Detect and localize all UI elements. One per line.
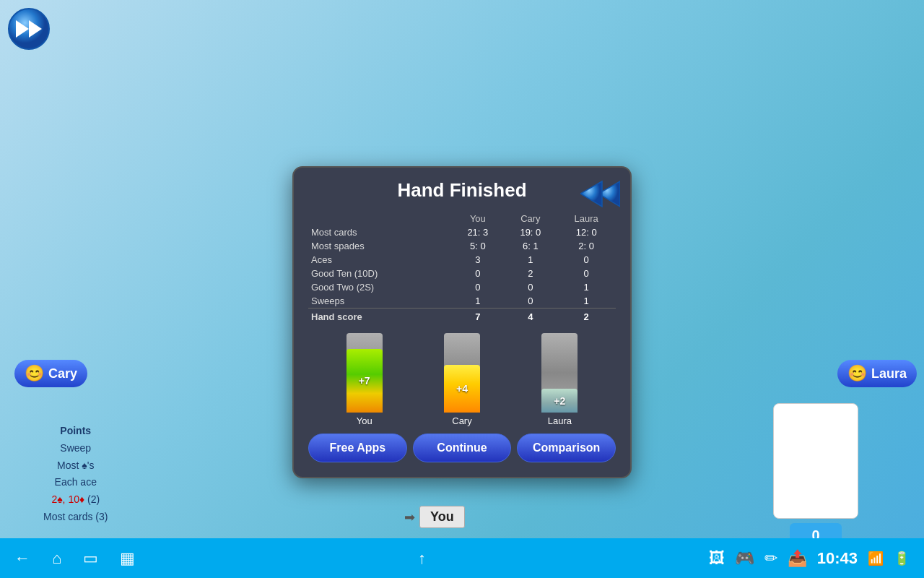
row-cary: 4 — [504, 309, 557, 324]
table-row: Good Two (2S) 0 0 1 — [308, 280, 616, 294]
card-area: 0 — [772, 403, 859, 548]
gallery-icon[interactable]: 🖼 — [709, 549, 725, 568]
col-header-cary: Cary — [504, 212, 557, 225]
row-laura: 1 — [557, 280, 616, 294]
scan-nav-icon[interactable]: ▦ — [120, 549, 135, 568]
col-header-laura: Laura — [557, 212, 616, 225]
cary-avatar: 😊 — [25, 364, 44, 383]
nav-left: ← ⌂ ▭ ▦ — [14, 549, 135, 568]
row-label: Good Ten (10D) — [308, 267, 451, 280]
back-button[interactable] — [580, 178, 620, 210]
row-laura: 0 — [557, 267, 616, 280]
row-laura: 1 — [557, 294, 616, 309]
points-sweep: Sweep — [43, 440, 108, 457]
table-row: Sweeps 1 0 1 — [308, 294, 616, 309]
laura-avatar: 😊 — [847, 364, 867, 383]
row-cary: 2 — [504, 267, 557, 280]
dialog-title: Hand Finished — [308, 179, 616, 202]
bar-you: +7 10 You — [346, 333, 383, 426]
row-you: 21: 3 — [451, 225, 504, 239]
score-table: You Cary Laura Most cards 21: 3 19: 0 12… — [308, 212, 616, 324]
points-title: Points — [43, 423, 108, 440]
row-laura: 2 — [557, 309, 616, 324]
row-label: Sweeps — [308, 294, 451, 309]
table-row: Good Ten (10D) 0 2 0 — [308, 267, 616, 280]
bar-laura: +2 10 Laura — [541, 333, 578, 426]
nav-bar: ← ⌂ ▭ ▦ ↑ 🖼 🎮 ✏ 📤 10:43 📶 🔋 — [0, 538, 924, 578]
row-you: 3 — [451, 253, 504, 267]
cary-name: Cary — [48, 366, 77, 381]
bar-cary-inner-value: +4 — [456, 383, 468, 394]
svg-marker-4 — [580, 181, 602, 207]
free-apps-button[interactable]: Free Apps — [308, 434, 407, 462]
ff-button[interactable] — [7, 7, 51, 51]
points-most-cards: Most cards (3) — [43, 509, 108, 526]
dialog-buttons: Free Apps Continue Comparison — [308, 434, 616, 462]
row-laura: 0 — [557, 253, 616, 267]
table-row: Hand score 7 4 2 — [308, 309, 616, 324]
row-label: Most spades — [308, 239, 451, 253]
comparison-button[interactable]: Comparison — [517, 434, 616, 462]
row-label: Most cards — [308, 225, 451, 239]
player-cary: 😊 Cary — [14, 360, 87, 387]
continue-button[interactable]: Continue — [413, 434, 512, 462]
wifi-icon: 📶 — [868, 551, 884, 566]
bar-laura-inner-value: +2 — [554, 395, 565, 407]
bar-cary-label: Cary — [452, 415, 471, 426]
row-you: 7 — [451, 309, 504, 324]
bar-chart: +7 10 You +4 8 Cary +2 10 — [308, 332, 616, 426]
nav-center: ↑ — [418, 549, 426, 568]
col-header-label — [308, 212, 451, 225]
points-spades: Most ♠'s — [43, 457, 108, 475]
clock: 10:43 — [817, 549, 858, 568]
bar-you-label: You — [357, 415, 372, 426]
back-nav-icon[interactable]: ← — [14, 549, 30, 568]
row-cary: 0 — [504, 294, 557, 309]
bar-laura-label: Laura — [548, 415, 572, 426]
row-label: Hand score — [308, 309, 451, 324]
col-header-you: You — [451, 212, 504, 225]
up-nav-icon[interactable]: ↑ — [418, 549, 426, 568]
row-you: 0 — [451, 267, 504, 280]
nav-right: 🖼 🎮 ✏ 📤 10:43 📶 🔋 — [709, 549, 910, 568]
row-cary: 19: 0 — [504, 225, 557, 239]
player-laura: 😊 Laura — [837, 360, 917, 387]
recents-nav-icon[interactable]: ▭ — [83, 549, 98, 568]
row-you: 5: 0 — [451, 239, 504, 253]
row-cary: 6: 1 — [504, 239, 557, 253]
row-label: Good Two (2S) — [308, 280, 451, 294]
table-row: Aces 3 1 0 — [308, 253, 616, 267]
row-cary: 0 — [504, 280, 557, 294]
row-cary: 1 — [504, 253, 557, 267]
bar-cary: +4 8 Cary — [444, 333, 480, 426]
row-laura: 12: 0 — [557, 225, 616, 239]
you-label-container: ➡ You — [404, 506, 465, 528]
points-ace: Each ace — [43, 474, 108, 491]
hand-finished-dialog: Hand Finished You Cary Laura — [292, 166, 632, 478]
home-nav-icon[interactable]: ⌂ — [52, 549, 61, 568]
laura-name: Laura — [871, 366, 907, 381]
table-row: Most cards 21: 3 19: 0 12: 0 — [308, 225, 616, 239]
row-laura: 2: 0 — [557, 239, 616, 253]
points-panel: Points Sweep Most ♠'s Each ace 2♠, 10♦ (… — [43, 423, 108, 526]
edit-icon[interactable]: ✏ — [764, 549, 777, 568]
points-cards-special: 2♠, 10♦ (2) — [43, 491, 108, 509]
you-arrow-icon: ➡ — [404, 509, 415, 525]
you-label: You — [419, 506, 465, 528]
row-label: Aces — [308, 253, 451, 267]
battery-icon: 🔋 — [894, 551, 910, 566]
table-row: Most spades 5: 0 6: 1 2: 0 — [308, 239, 616, 253]
bar-you-inner-value: +7 — [359, 375, 370, 387]
card-display — [773, 403, 858, 519]
row-you: 1 — [451, 294, 504, 309]
game-icon[interactable]: 🎮 — [735, 549, 754, 568]
row-you: 0 — [451, 280, 504, 294]
share-icon[interactable]: 📤 — [788, 549, 807, 568]
